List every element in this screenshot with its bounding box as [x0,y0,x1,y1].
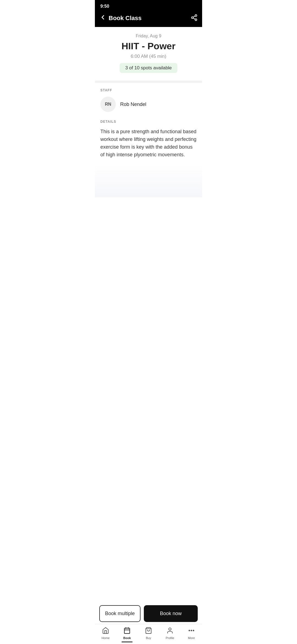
class-info-section: Friday, Aug 9 HIIT - Power 6:00 AM (45 m… [95,27,202,81]
details-section: DETAILS This is a pure strength and func… [95,118,202,164]
class-name: HIIT - Power [99,41,198,51]
header: Book Class [95,12,202,27]
class-time: 6:00 AM (45 min) [99,54,198,59]
staff-row: RN Rob Nendel [100,97,197,112]
svg-line-3 [193,18,195,19]
share-button[interactable] [191,14,198,23]
staff-avatar: RN [100,97,116,112]
section-divider [95,81,202,83]
svg-line-4 [193,16,195,17]
class-date: Friday, Aug 9 [99,34,198,39]
details-section-label: DETAILS [100,120,197,124]
status-time: 9:50 [100,4,109,9]
spots-badge: 3 of 10 spots available [120,63,177,73]
staff-name: Rob Nendel [120,102,146,107]
status-bar: 9:50 [95,0,202,12]
staff-section-label: STAFF [100,88,197,92]
staff-section: STAFF RN Rob Nendel [95,83,202,118]
header-left: Book Class [99,14,142,23]
details-description: This is a pure strength and functional b… [100,128,197,159]
page-title: Book Class [109,15,142,22]
back-button[interactable] [99,14,106,23]
fade-area [95,164,202,197]
